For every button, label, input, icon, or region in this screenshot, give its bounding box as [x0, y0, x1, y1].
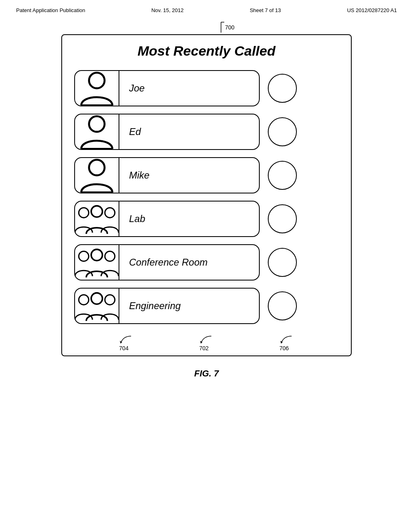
svg-point-8 [79, 208, 89, 218]
group-icon [75, 245, 119, 280]
diagram-area: 700 Most Recently Called Joe [0, 17, 413, 379]
ref-700-arrow [209, 21, 225, 33]
patent-date: Nov. 15, 2012 [151, 7, 184, 13]
ref-704-container: 704 [119, 335, 133, 351]
group-icon [75, 202, 119, 236]
ref-706-arrow [280, 335, 294, 345]
panel-title: Most Recently Called [74, 43, 339, 59]
ref-700-label: 700 [209, 21, 234, 33]
contact-name: Conference Room [119, 257, 259, 268]
ref-706-container: 706 [280, 335, 294, 351]
svg-marker-18 [200, 341, 202, 343]
ref-700-text: 700 [225, 24, 234, 31]
svg-point-11 [79, 251, 89, 261]
patent-left: Patent Application Publication [16, 7, 85, 13]
contact-row: Engineering [74, 288, 339, 324]
svg-point-6 [89, 160, 105, 175]
svg-point-2 [89, 73, 105, 88]
person-icon [75, 114, 119, 149]
person-icon [75, 71, 119, 106]
contact-name: Engineering [119, 300, 259, 312]
svg-point-14 [79, 295, 89, 305]
call-button-5[interactable] [268, 248, 297, 277]
svg-point-9 [105, 208, 115, 218]
contact-card[interactable]: Engineering [74, 288, 260, 324]
contact-row: Mike [74, 157, 339, 193]
main-panel: Most Recently Called Joe [61, 34, 352, 356]
svg-point-13 [91, 249, 102, 261]
contact-name: Mike [119, 170, 259, 181]
svg-marker-19 [280, 341, 283, 343]
person-icon [75, 158, 119, 193]
contact-card[interactable]: Ed [74, 114, 260, 150]
figure-label: FIG. 7 [194, 368, 219, 379]
ref-702-text: 702 [199, 345, 209, 351]
ref-704-arrow [119, 335, 133, 345]
contact-card[interactable]: Mike [74, 157, 260, 193]
contact-name: Joe [119, 83, 259, 94]
contacts-list: Joe Ed [74, 70, 339, 324]
contact-row: Lab [74, 201, 339, 237]
contact-row: Joe [74, 70, 339, 106]
ref-704-text: 704 [119, 345, 128, 351]
ref-706-text: 706 [280, 345, 289, 351]
call-button-1[interactable] [268, 74, 297, 103]
svg-point-12 [105, 251, 115, 261]
contact-row: Conference Room [74, 244, 339, 281]
call-button-4[interactable] [268, 204, 297, 233]
contact-card[interactable]: Joe [74, 70, 260, 106]
contact-name: Lab [119, 213, 259, 224]
call-button-3[interactable] [268, 161, 297, 190]
svg-point-16 [91, 293, 102, 304]
patent-number: US 2012/0287220 A1 [347, 7, 397, 13]
svg-point-10 [91, 206, 102, 217]
contact-card[interactable]: Lab [74, 201, 260, 237]
call-button-2[interactable] [268, 117, 297, 146]
svg-point-4 [89, 116, 105, 132]
bottom-labels: 704 702 706 [62, 335, 351, 351]
contact-name: Ed [119, 126, 259, 137]
svg-marker-17 [120, 341, 122, 343]
svg-point-15 [105, 295, 115, 305]
call-button-6[interactable] [268, 291, 297, 320]
patent-sheet: Sheet 7 of 13 [250, 7, 281, 13]
patent-header: Patent Application Publication Nov. 15, … [0, 0, 413, 17]
group-icon [75, 289, 119, 323]
contact-row: Ed [74, 114, 339, 150]
ref-702-arrow [199, 335, 214, 345]
ref-702-container: 702 [199, 335, 214, 351]
contact-card[interactable]: Conference Room [74, 244, 260, 281]
